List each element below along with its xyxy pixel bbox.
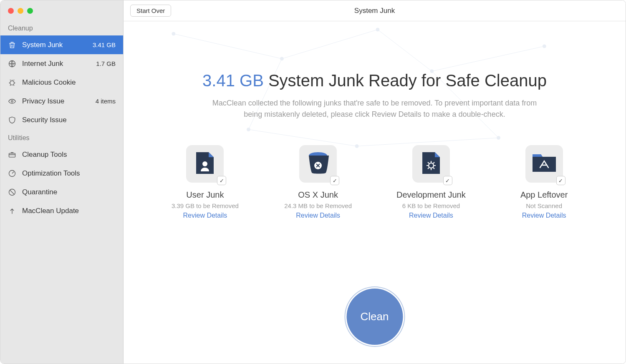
svg-line-6 xyxy=(174,34,282,59)
review-details-link[interactable]: Review Details xyxy=(183,212,227,219)
sidebar-item-system-junk[interactable]: System Junk 3.41 GB xyxy=(0,35,123,54)
subline: MacClean collected the following junks t… xyxy=(208,98,542,120)
card-sub: 3.39 GB to be Removed xyxy=(159,202,251,209)
card-checkbox[interactable]: ✓ xyxy=(443,176,452,185)
svg-point-15 xyxy=(280,57,283,60)
bug-icon xyxy=(8,78,16,87)
svg-line-7 xyxy=(282,30,378,59)
card-app-leftover: ✓ App Leftover Not Scanned Review Detail… xyxy=(498,145,590,219)
sidebar-item-label: Security Issue xyxy=(22,116,110,124)
window-controls xyxy=(0,0,123,20)
content-area: 3.41 GB System Junk Ready for Safe Clean… xyxy=(124,21,626,364)
eye-icon xyxy=(8,97,16,105)
trash-icon xyxy=(8,41,16,49)
sidebar-item-optimization-tools[interactable]: Optimization Tools xyxy=(0,164,123,183)
start-over-button[interactable]: Start Over xyxy=(130,5,171,17)
sidebar-item-label: System Junk xyxy=(22,41,87,49)
card-user-junk: ✓ User Junk 3.39 GB to be Removed Review… xyxy=(159,145,251,219)
sidebar-item-label: Cleanup Tools xyxy=(22,151,116,159)
shield-icon xyxy=(8,116,16,124)
sidebar-item-badge: 3.41 GB xyxy=(93,41,116,48)
sidebar-item-label: MacClean Update xyxy=(22,207,116,215)
headline: 3.41 GB System Junk Ready for Safe Clean… xyxy=(124,71,626,90)
sidebar-item-quarantine[interactable]: Quarantine xyxy=(0,183,123,201)
card-title: Development Junk xyxy=(385,190,477,200)
card-icon-box[interactable]: ✓ xyxy=(412,145,450,183)
sidebar-section-utilities: Utilities xyxy=(0,129,123,145)
svg-point-1 xyxy=(10,80,14,85)
file-user-icon xyxy=(195,151,215,176)
card-sub: Not Scanned xyxy=(498,202,590,209)
main-panel: Start Over System Junk 3.41 GB System Ju… xyxy=(124,0,626,364)
file-gear-icon xyxy=(422,151,441,176)
card-title: App Leftover xyxy=(498,190,590,200)
gauge-icon xyxy=(8,169,16,178)
card-sub: 24.3 MB to be Removed xyxy=(272,202,364,209)
bucket-icon xyxy=(307,151,329,176)
sidebar-item-label: Internet Junk xyxy=(22,60,90,68)
sidebar: Cleanup System Junk 3.41 GB Internet Jun… xyxy=(0,0,124,364)
sidebar-item-label: Malicious Cookie xyxy=(22,78,110,87)
sidebar-section-cleanup: Cleanup xyxy=(0,20,123,35)
sidebar-item-label: Privacy Issue xyxy=(22,97,90,105)
globe-icon xyxy=(8,60,16,68)
sidebar-item-malicious-cookie[interactable]: Malicious Cookie xyxy=(0,73,123,92)
svg-point-2 xyxy=(11,100,13,102)
review-details-link[interactable]: Review Details xyxy=(409,212,453,219)
zoom-window-button[interactable] xyxy=(27,8,33,14)
cards-row: ✓ User Junk 3.39 GB to be Removed Review… xyxy=(149,145,601,219)
sidebar-item-label: Optimization Tools xyxy=(22,169,116,178)
minimize-window-button[interactable] xyxy=(18,8,23,14)
svg-point-19 xyxy=(247,128,250,131)
card-title: OS X Junk xyxy=(272,190,364,200)
clean-button[interactable]: Clean xyxy=(346,289,403,345)
sidebar-item-cleanup-tools[interactable]: Cleanup Tools xyxy=(0,145,123,164)
card-sub: 6 KB to be Removed xyxy=(385,202,477,209)
card-title: User Junk xyxy=(159,190,251,200)
app-window: Cleanup System Junk 3.41 GB Internet Jun… xyxy=(0,0,626,364)
page-title: System Junk xyxy=(124,7,626,15)
sidebar-item-internet-junk[interactable]: Internet Junk 1.7 GB xyxy=(0,54,123,73)
review-details-link[interactable]: Review Details xyxy=(522,212,566,219)
card-checkbox[interactable]: ✓ xyxy=(556,176,565,185)
sidebar-item-badge: 1.7 GB xyxy=(96,60,116,67)
svg-line-9 xyxy=(432,46,545,71)
toolbox-icon xyxy=(8,151,16,159)
svg-rect-3 xyxy=(9,153,15,157)
card-icon-box[interactable]: ✓ xyxy=(299,145,337,183)
svg-point-22 xyxy=(202,161,207,166)
sidebar-item-badge: 4 items xyxy=(96,98,116,105)
sidebar-item-macclean-update[interactable]: MacClean Update xyxy=(0,201,123,220)
sidebar-item-label: Quarantine xyxy=(22,188,116,196)
svg-point-16 xyxy=(376,28,379,31)
card-icon-box[interactable]: ✓ xyxy=(525,145,563,183)
sidebar-item-security-issue[interactable]: Security Issue xyxy=(0,110,123,129)
svg-point-21 xyxy=(497,136,500,140)
folder-app-icon xyxy=(532,153,557,175)
card-checkbox[interactable]: ✓ xyxy=(217,176,226,185)
svg-line-12 xyxy=(248,130,357,146)
svg-point-14 xyxy=(172,32,175,35)
review-details-link[interactable]: Review Details xyxy=(296,212,340,219)
close-window-button[interactable] xyxy=(8,8,14,14)
headline-rest: System Junk Ready for Safe Cleanup xyxy=(264,71,547,90)
sidebar-item-privacy-issue[interactable]: Privacy Issue 4 items xyxy=(0,92,123,110)
svg-line-8 xyxy=(378,30,432,71)
update-arrow-icon xyxy=(8,207,16,215)
ban-icon xyxy=(8,188,16,196)
toolbar: Start Over System Junk xyxy=(124,0,626,21)
svg-point-18 xyxy=(543,45,546,48)
card-checkbox[interactable]: ✓ xyxy=(330,176,339,185)
card-icon-box[interactable]: ✓ xyxy=(186,145,224,183)
headline-size: 3.41 GB xyxy=(202,71,264,90)
card-osx-junk: ✓ OS X Junk 24.3 MB to be Removed Review… xyxy=(272,145,364,219)
card-development-junk: ✓ Development Junk 6 KB to be Removed Re… xyxy=(385,145,477,219)
